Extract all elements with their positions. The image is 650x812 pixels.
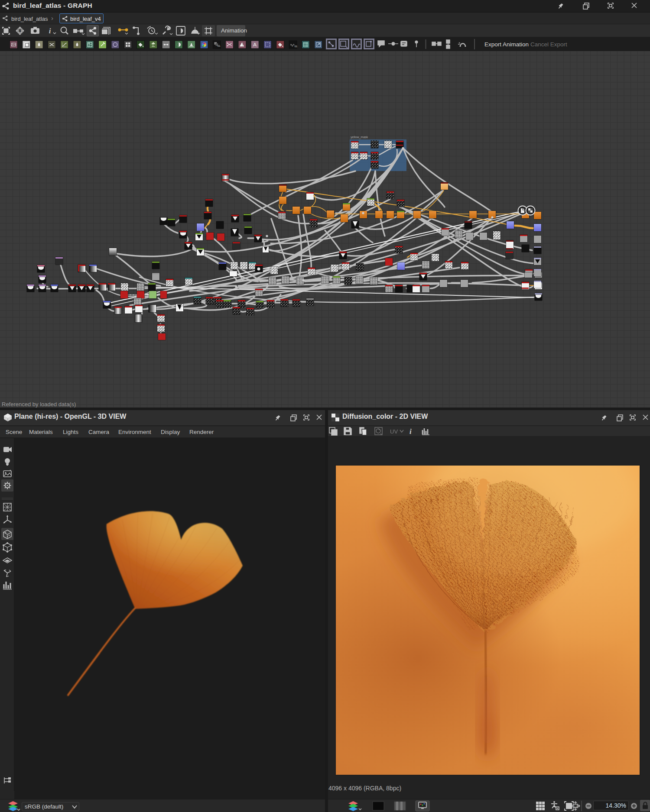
svg-text:01: 01 [295,45,297,48]
svg-text:Cancel Export: Cancel Export [530,41,567,48]
svg-text:01: 01 [218,45,220,47]
svg-text:i: i [49,27,51,35]
svg-text:UV: UV [390,428,398,435]
svg-text:Export Animation: Export Animation [484,41,529,48]
svg-text:1:1: 1:1 [18,29,22,32]
svg-text:1:1: 1:1 [574,805,577,808]
svg-text:A: A [253,42,257,47]
svg-text:yellow_mask: yellow_mask [351,136,368,139]
svg-text:i: i [410,427,412,436]
